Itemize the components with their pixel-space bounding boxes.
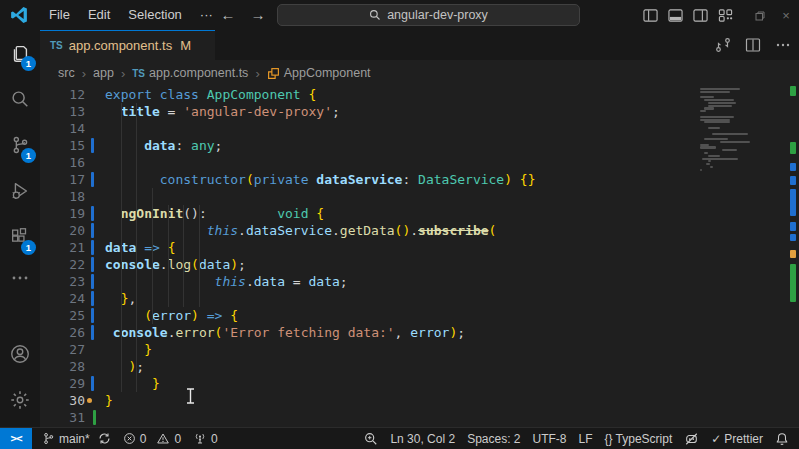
activity-explorer[interactable]: 1 xyxy=(0,30,40,76)
activity-source-control[interactable]: 1 xyxy=(0,122,40,168)
code-line-26[interactable]: 26 console.error('Error fetching data:',… xyxy=(40,324,799,341)
zoom-in-magnifier-icon xyxy=(364,432,378,446)
problems-status[interactable]: 0 0 xyxy=(123,432,181,446)
account-button[interactable] xyxy=(0,331,40,377)
menu-file[interactable]: File xyxy=(40,4,79,26)
settings-button[interactable] xyxy=(0,377,40,423)
breadcrumb-item-app-component-ts[interactable]: TSapp.component.ts xyxy=(132,66,248,80)
code-line-31[interactable]: 31 xyxy=(40,409,799,426)
line-number[interactable]: 25 xyxy=(40,307,85,324)
toggle-panel-icon[interactable] xyxy=(668,8,683,23)
explorer-badge: 1 xyxy=(21,56,36,71)
breadcrumb-item-app[interactable]: app xyxy=(93,66,114,80)
overview-ruler-mark xyxy=(790,189,796,216)
breadcrumb-separator: › xyxy=(121,66,125,81)
prettier-status[interactable]: ✓ Prettier xyxy=(711,432,763,446)
code-line-24[interactable]: 24 }, xyxy=(40,290,799,307)
indentation-setting[interactable]: Spaces: 2 xyxy=(467,432,520,446)
line-number[interactable]: 22 xyxy=(40,256,85,273)
cursor-position[interactable]: Ln 30, Col 2 xyxy=(390,432,455,446)
title-bar: File Edit Selection ··· ← → angular-dev-… xyxy=(0,0,799,30)
command-center-search[interactable]: angular-dev-proxy xyxy=(277,4,580,26)
gutter-change-marker xyxy=(85,86,105,103)
command-center-text: angular-dev-proxy xyxy=(387,8,488,22)
source-control-badge: 1 xyxy=(21,148,36,163)
line-number[interactable]: 13 xyxy=(40,103,85,120)
gutter-change-marker xyxy=(85,154,105,171)
check-icon: ✓ xyxy=(711,432,721,446)
overview-ruler-mark xyxy=(790,222,796,231)
window-restore-button[interactable] xyxy=(747,8,773,23)
activity-run-debug[interactable] xyxy=(0,168,40,214)
line-number[interactable]: 30 xyxy=(40,392,85,409)
gutter-change-marker xyxy=(85,205,105,222)
code-line-14[interactable]: 14 xyxy=(40,120,799,137)
nav-back-button[interactable]: ← xyxy=(216,0,240,30)
code-line-16[interactable]: 16 xyxy=(40,154,799,171)
tab-app-component-ts[interactable]: TS app.component.ts M xyxy=(40,30,215,60)
code-line-29[interactable]: 29 } xyxy=(40,375,799,392)
copilot-disabled-status[interactable] xyxy=(684,432,699,446)
breadcrumb-item-src[interactable]: src xyxy=(58,66,75,80)
nav-forward-button[interactable]: → xyxy=(246,0,270,30)
line-number[interactable]: 26 xyxy=(40,324,85,341)
overview-ruler xyxy=(790,86,797,427)
menu-edit[interactable]: Edit xyxy=(79,4,119,26)
line-number[interactable]: 14 xyxy=(40,120,85,137)
code-line-28[interactable]: 28 ); xyxy=(40,358,799,375)
line-number[interactable]: 28 xyxy=(40,358,85,375)
menu-selection[interactable]: Selection xyxy=(119,4,190,26)
code-line-17[interactable]: 17 constructor(private dataService: Data… xyxy=(40,171,799,188)
line-number[interactable]: 24 xyxy=(40,290,85,307)
language-mode[interactable]: {} TypeScript xyxy=(605,432,673,446)
code-line-30[interactable]: 30} xyxy=(40,392,799,409)
line-number[interactable]: 27 xyxy=(40,341,85,358)
code-line-18[interactable]: 18 xyxy=(40,188,799,205)
encoding-setting[interactable]: UTF-8 xyxy=(533,432,567,446)
code-line-13[interactable]: 13 title = 'angular-dev-proxy'; xyxy=(40,103,799,120)
code-line-23[interactable]: 23 this.data = data; xyxy=(40,273,799,290)
overview-ruler-mark xyxy=(790,86,796,96)
ports-status[interactable]: 0 xyxy=(193,432,218,446)
activity-search[interactable] xyxy=(0,76,40,122)
window-close-button[interactable]: × xyxy=(773,8,799,23)
code-line-22[interactable]: 22console.log(data); xyxy=(40,256,799,273)
toggle-secondary-sidebar-icon[interactable] xyxy=(693,8,708,23)
remote-indicator[interactable]: >< xyxy=(0,428,32,449)
line-number[interactable]: 31 xyxy=(40,409,85,426)
line-number[interactable]: 15 xyxy=(40,137,85,154)
line-number[interactable]: 23 xyxy=(40,273,85,290)
notifications-button[interactable] xyxy=(775,432,789,446)
code-line-20[interactable]: 20 this.dataService.getData().subscribe( xyxy=(40,222,799,239)
line-number[interactable]: 29 xyxy=(40,375,85,392)
code-line-15[interactable]: 15 data: any; xyxy=(40,137,799,154)
line-number[interactable]: 21 xyxy=(40,239,85,256)
line-number[interactable]: 18 xyxy=(40,188,85,205)
toggle-primary-sidebar-icon[interactable] xyxy=(643,8,658,23)
line-number[interactable]: 17 xyxy=(40,171,85,188)
split-editor-icon[interactable] xyxy=(745,37,761,53)
open-changes-icon[interactable] xyxy=(715,37,731,53)
line-number[interactable]: 20 xyxy=(40,222,85,239)
code-text: ); xyxy=(105,358,799,375)
code-line-19[interactable]: 19 ngOnInit(): void { xyxy=(40,205,799,222)
editor-more-actions-icon[interactable] xyxy=(775,37,791,53)
code-line-27[interactable]: 27 } xyxy=(40,341,799,358)
minimap[interactable] xyxy=(700,88,762,171)
breadcrumb-item-appcomponent[interactable]: AppComponent xyxy=(267,66,371,80)
code-line-12[interactable]: 12export class AppComponent { xyxy=(40,86,799,103)
git-branch-status[interactable]: main* xyxy=(42,432,111,446)
line-number[interactable]: 12 xyxy=(40,86,85,103)
activity-extensions[interactable]: 1 xyxy=(0,214,40,260)
line-number[interactable]: 19 xyxy=(40,205,85,222)
code-editor[interactable]: 12export class AppComponent {13 title = … xyxy=(40,86,799,427)
code-line-21[interactable]: 21data => { xyxy=(40,239,799,256)
code-text: console.log(data); xyxy=(105,256,799,273)
customize-layout-icon[interactable] xyxy=(718,8,733,23)
activity-more[interactable] xyxy=(0,260,40,296)
code-line-25[interactable]: 25 (error) => { xyxy=(40,307,799,324)
zoom-indicator[interactable] xyxy=(364,432,378,446)
line-number[interactable]: 16 xyxy=(40,154,85,171)
error-count: 0 xyxy=(140,432,147,446)
eol-setting[interactable]: LF xyxy=(579,432,593,446)
